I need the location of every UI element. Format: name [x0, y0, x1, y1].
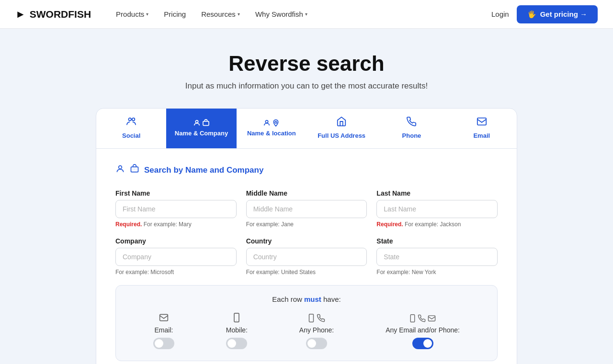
logo[interactable]: ► SWORDFISH — [15, 8, 91, 21]
svg-rect-17 — [428, 316, 435, 321]
first-name-label: First Name — [115, 189, 237, 197]
svg-rect-12 — [160, 314, 168, 320]
svg-rect-15 — [309, 314, 314, 322]
anyemailphone-toggle-slider — [412, 338, 433, 349]
last-name-hint-text: For example: Jackson — [405, 221, 461, 228]
company-hint: For example: Microsoft — [115, 269, 237, 276]
svg-rect-3 — [203, 121, 209, 125]
tab-full-address[interactable]: Full US Address — [306, 109, 376, 148]
first-name-required: Required. — [115, 221, 142, 228]
first-name-hint: Required. For example: Mary — [115, 221, 237, 228]
nav-links: Products ▾ Pricing Resources ▾ Why Sword… — [108, 0, 491, 29]
first-name-input[interactable] — [115, 200, 237, 218]
page-title: Reverse search — [10, 52, 603, 76]
nav-why-swordfish[interactable]: Why Swordfish ▾ — [248, 0, 315, 29]
login-button[interactable]: Login — [491, 10, 509, 18]
anyphone-toggle-label[interactable] — [306, 338, 327, 349]
tabs-container: Social Name & Company — [96, 109, 517, 149]
form-heading: Search by Name and Company — [115, 164, 498, 176]
tab-name-location-label: Name & location — [247, 130, 296, 137]
filter-anyemailphone-icons — [409, 314, 436, 322]
filter-item-any-phone: Any Phone: — [299, 314, 334, 349]
form-row-company: Company For example: Microsoft Country F… — [115, 237, 498, 276]
filter-anyemailphone-label: Any Email and/or Phone: — [386, 326, 460, 334]
filter-item-any-emailphone: Any Email and/or Phone: — [386, 314, 460, 349]
get-pricing-button[interactable]: 🖐️ Get pricing → — [517, 5, 598, 23]
nav-pricing[interactable]: Pricing — [156, 0, 193, 29]
logo-icon: ► — [15, 8, 26, 21]
tab-name-location[interactable]: Name & location — [237, 109, 306, 148]
logo-text: SWORDFISH — [30, 9, 91, 20]
form-heading-person-icon — [115, 164, 125, 176]
tab-email[interactable]: Email — [447, 109, 517, 148]
last-name-label: Last Name — [376, 189, 498, 197]
navbar: ► SWORDFISH Products ▾ Pricing Resources… — [0, 0, 613, 29]
chevron-down-icon-why: ▾ — [305, 11, 307, 17]
nav-products[interactable]: Products ▾ — [108, 0, 156, 29]
tab-social[interactable]: Social — [96, 109, 166, 148]
get-pricing-label: Get pricing → — [540, 10, 587, 18]
tab-phone-label: Phone — [402, 132, 421, 139]
filter-title-after: have: — [321, 295, 341, 303]
tab-name-company[interactable]: Name & Company — [166, 109, 236, 148]
email-toggle-label[interactable] — [153, 338, 174, 349]
form-group-state: State For example: New York — [376, 237, 498, 276]
svg-point-0 — [129, 118, 132, 121]
filter-item-mobile: Mobile: — [226, 313, 248, 349]
company-input[interactable] — [115, 248, 237, 266]
page-subtitle: Input as much information you can to get… — [10, 81, 603, 91]
filter-anyphone-label: Any Phone: — [299, 326, 334, 334]
last-name-input[interactable] — [376, 200, 498, 218]
nav-actions: Login 🖐️ Get pricing → — [491, 5, 598, 23]
svg-point-4 — [266, 120, 268, 122]
filter-mobile-label: Mobile: — [226, 326, 248, 334]
middle-name-input[interactable] — [246, 200, 367, 218]
country-input[interactable] — [246, 248, 367, 266]
nav-why-swordfish-label: Why Swordfish — [255, 10, 303, 18]
filter-item-email: Email: — [153, 313, 174, 349]
tab-full-address-label: Full US Address — [318, 132, 365, 139]
first-name-hint-text: For example: Mary — [144, 221, 192, 228]
filter-box: Each row must have: Email: — [115, 285, 498, 361]
country-hint: For example: United States — [246, 269, 367, 276]
nav-pricing-label: Pricing — [164, 10, 186, 18]
state-label: State — [376, 237, 498, 245]
phone-tab-icon — [406, 116, 417, 129]
search-card: Social Name & Company — [96, 108, 517, 364]
mobile-toggle-label[interactable] — [226, 338, 247, 349]
tab-phone[interactable]: Phone — [376, 109, 446, 148]
anyemailphone-toggle-label[interactable] — [412, 338, 433, 349]
svg-rect-16 — [410, 315, 415, 322]
email-toggle-slider — [153, 338, 174, 349]
middle-name-label: Middle Name — [246, 189, 367, 197]
svg-rect-13 — [234, 313, 239, 322]
nav-resources[interactable]: Resources ▾ — [193, 0, 248, 29]
filter-email-label: Email: — [154, 326, 173, 334]
social-icon — [126, 116, 136, 129]
state-input[interactable] — [376, 248, 498, 266]
tab-email-label: Email — [473, 132, 490, 139]
svg-point-7 — [119, 165, 122, 169]
filter-title: Each row must have: — [127, 295, 486, 303]
state-hint: For example: New York — [376, 269, 498, 276]
form-group-first-name: First Name Required. For example: Mary — [115, 189, 237, 228]
filter-toggles: Email: Mobile: — [127, 313, 486, 349]
last-name-hint: Required. For example: Jackson — [376, 221, 498, 228]
name-location-icon — [263, 119, 280, 127]
svg-point-1 — [132, 118, 135, 121]
name-company-icon — [193, 119, 210, 127]
form-group-company: Company For example: Microsoft — [115, 237, 237, 276]
mobile-toggle-slider — [226, 338, 247, 349]
tab-name-company-label: Name & Company — [175, 130, 228, 137]
tab-social-label: Social — [122, 132, 140, 139]
nav-products-label: Products — [116, 10, 144, 18]
country-label: Country — [246, 237, 367, 245]
form-row-names: First Name Required. For example: Mary M… — [115, 189, 498, 228]
main-content: Reverse search Input as much information… — [0, 29, 613, 364]
svg-rect-6 — [477, 118, 486, 125]
svg-point-2 — [195, 120, 198, 122]
svg-rect-8 — [131, 167, 138, 172]
form-group-middle-name: Middle Name For example: Jane — [246, 189, 367, 228]
filter-anyphone-icons — [308, 314, 325, 322]
filter-title-before: Each row — [272, 295, 304, 303]
